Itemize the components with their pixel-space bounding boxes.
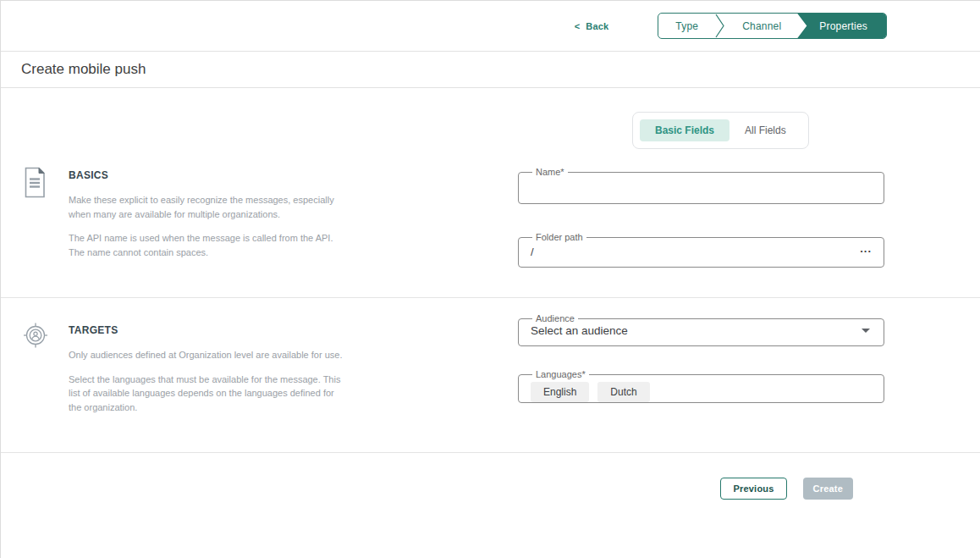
name-field[interactable]: Name*: [518, 167, 884, 204]
languages-field-label: Languages*: [532, 369, 589, 380]
step-type[interactable]: Type: [658, 14, 715, 38]
wizard-stepper: Type Channel Properties: [658, 13, 887, 39]
section-basics: BASICS Make these explicit to easily rec…: [1, 167, 980, 297]
footer-actions: Previous Create: [1, 453, 980, 500]
step-properties-label: Properties: [819, 20, 867, 32]
step-channel-label: Channel: [742, 20, 781, 32]
basics-left-column: BASICS Make these explicit to easily rec…: [1, 167, 518, 269]
basics-paragraph: The API name is used when the message is…: [69, 231, 348, 259]
audience-field-label: Audience: [532, 313, 578, 324]
page-title: Create mobile push: [21, 61, 146, 78]
targets-heading: TARGETS: [69, 324, 348, 336]
top-bar: < Back Type Channel Properties: [1, 1, 980, 52]
step-channel[interactable]: Channel: [725, 14, 798, 38]
audience-select[interactable]: Select an audience: [531, 324, 873, 345]
language-chips: English Dutch: [531, 380, 873, 402]
audience-select-value: Select an audience: [531, 324, 628, 337]
languages-field[interactable]: Languages* English Dutch: [518, 369, 884, 403]
chevron-down-icon: [862, 329, 870, 333]
step-properties[interactable]: Properties: [797, 14, 886, 38]
section-targets: TARGETS Only audiences defined at Organi…: [1, 298, 980, 452]
tab-all-fields[interactable]: All Fields: [729, 119, 801, 141]
back-label: Back: [586, 21, 608, 31]
step-type-label: Type: [675, 20, 698, 32]
targets-left-column: TARGETS Only audiences defined at Organi…: [1, 322, 518, 424]
title-bar: Create mobile push: [1, 52, 980, 88]
language-chip-english[interactable]: English: [531, 382, 589, 402]
folder-path-field-label: Folder path: [532, 232, 586, 243]
basics-heading: BASICS: [69, 169, 348, 181]
create-button[interactable]: Create: [803, 478, 853, 500]
targets-fields-column: Audience Select an audience Languages* E…: [518, 322, 884, 424]
step-separator-icon: [715, 14, 725, 38]
basics-paragraph: Make these explicit to easily recognize …: [69, 193, 348, 221]
language-chip-dutch[interactable]: Dutch: [597, 382, 649, 402]
basics-fields-column: Name* Folder path / ...: [518, 167, 884, 269]
document-icon: [23, 167, 48, 269]
previous-button[interactable]: Previous: [720, 478, 786, 500]
targets-description-block: TARGETS Only audiences defined at Organi…: [69, 322, 348, 424]
audience-select-field[interactable]: Audience Select an audience: [518, 313, 884, 346]
audience-target-icon: [23, 322, 48, 424]
folder-path-field[interactable]: Folder path / ...: [518, 232, 884, 268]
targets-paragraph: Select the languages that must be availa…: [69, 373, 348, 415]
name-input[interactable]: [531, 178, 873, 198]
back-chevron-icon: <: [575, 21, 581, 31]
create-mobile-push-page: < Back Type Channel Properties Create mo…: [0, 0, 980, 558]
tab-basic-fields[interactable]: Basic Fields: [640, 119, 729, 141]
basics-description-block: BASICS Make these explicit to easily rec…: [69, 167, 348, 269]
tabs-row: Basic Fields All Fields: [1, 88, 980, 147]
name-field-label: Name*: [532, 167, 568, 178]
field-view-toggle: Basic Fields All Fields: [632, 112, 809, 149]
targets-paragraph: Only audiences defined at Organization l…: [69, 348, 348, 362]
back-button[interactable]: < Back: [575, 21, 609, 31]
folder-path-value: /: [531, 246, 534, 258]
folder-browse-button[interactable]: ...: [858, 243, 873, 260]
